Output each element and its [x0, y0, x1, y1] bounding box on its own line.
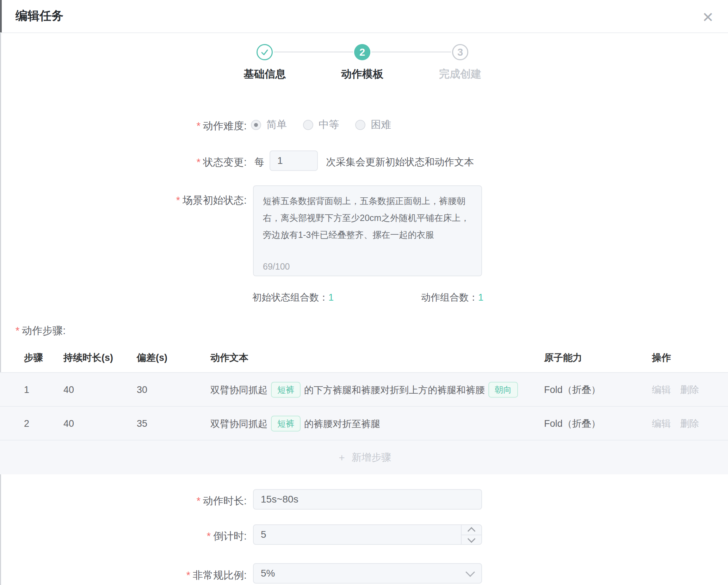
state-change-label: *状态变更: — [197, 155, 247, 170]
chevron-up-icon — [468, 527, 476, 535]
radio-easy-circle — [251, 120, 261, 130]
add-step-button[interactable]: ＋ 新增步骤 — [0, 440, 728, 474]
state-change-prefix: 每 — [254, 155, 264, 169]
countdown-label: *倒计时: — [207, 529, 247, 543]
step-1-label: 基础信息 — [219, 67, 310, 81]
cell-deviation: 35 — [137, 418, 147, 429]
action-combo-label: 动作组合数：1 — [421, 291, 483, 304]
state-change-value: 1 — [277, 155, 283, 166]
required-mark: * — [197, 156, 200, 168]
countdown-input[interactable]: 5 — [253, 524, 482, 545]
duration-label: *动作时长: — [197, 494, 247, 508]
state-change-suffix: 次采集会更新初始状态和动作文本 — [326, 155, 474, 169]
col-header-ability: 原子能力 — [544, 351, 582, 364]
col-header-step: 步骤 — [24, 351, 43, 364]
check-icon — [260, 48, 269, 57]
radio-medium[interactable]: 中等 — [303, 118, 339, 132]
table-row: 1 40 30 双臂协同抓起短裤的下方裤腿和裤腰对折到上方的裤腿和裤腰朝向 Fo… — [0, 373, 728, 407]
spinner-up-button[interactable] — [462, 525, 481, 535]
unusual-ratio-label: *非常规比例: — [186, 568, 247, 583]
state-change-input[interactable]: 1 — [270, 150, 318, 171]
cell-deviation: 30 — [137, 384, 147, 395]
char-counter: 69/100 — [263, 261, 290, 272]
required-mark: * — [197, 120, 200, 131]
duration-value: 15s~80s — [261, 494, 298, 505]
scene-state-line: 旁边放有1-3件已经叠整齐、摞在一起的衣服 — [263, 226, 472, 243]
cell-duration: 40 — [63, 418, 74, 429]
col-header-ops: 操作 — [652, 351, 671, 364]
initial-combo-label: 初始状态组合数：1 — [252, 291, 334, 304]
chevron-down-icon — [465, 567, 475, 577]
screen-left-edge-dark — [0, 0, 2, 32]
radio-hard-label: 困难 — [371, 118, 391, 132]
required-mark: * — [186, 569, 190, 581]
cell-operations: 编辑 删除 — [652, 383, 699, 396]
object-tag: 短裤 — [271, 415, 301, 431]
scene-state-label: *场景初始状态: — [176, 193, 247, 208]
cell-action-text: 双臂协同抓起短裤的下方裤腿和裤腰对折到上方的裤腿和裤腰朝向 — [210, 382, 522, 398]
cell-ability: Fold（折叠） — [544, 417, 601, 430]
step-2-label: 动作模板 — [316, 67, 408, 81]
table-row: 2 40 35 双臂协同抓起短裤的裤腰对折至裤腿 Fold（折叠） 编辑 删除 — [0, 407, 728, 441]
required-mark: * — [16, 325, 19, 336]
countdown-value: 5 — [261, 529, 266, 540]
add-step-label: 新增步骤 — [352, 451, 391, 464]
orientation-tag: 朝向 — [488, 382, 518, 398]
col-header-duration: 持续时长(s) — [63, 351, 113, 364]
edit-link[interactable]: 编辑 — [652, 417, 671, 430]
object-tag: 短裤 — [271, 382, 301, 398]
unusual-ratio-select[interactable]: 5% — [253, 563, 482, 584]
close-icon: ✕ — [702, 9, 714, 25]
radio-hard[interactable]: 困难 — [355, 118, 391, 132]
scene-state-line: 右，离头部视野下方至少20cm之外随机平铺在床上， — [263, 209, 472, 226]
close-button[interactable]: ✕ — [698, 8, 717, 27]
header-divider — [0, 32, 728, 33]
spinner-down-button[interactable] — [462, 535, 481, 544]
step-3-label: 完成创建 — [414, 67, 506, 81]
required-mark: * — [197, 495, 200, 506]
cell-operations: 编辑 删除 — [652, 417, 699, 430]
chevron-down-icon — [468, 535, 476, 543]
difficulty-radio-group: 简单 中等 困难 — [251, 118, 391, 132]
edit-link[interactable]: 编辑 — [652, 383, 671, 396]
initial-combo-value: 1 — [328, 292, 334, 303]
cell-duration: 40 — [63, 384, 74, 395]
col-header-action: 动作文本 — [210, 351, 248, 364]
cell-step: 1 — [24, 384, 29, 395]
step-connector-1 — [274, 51, 353, 53]
edit-task-dialog: 编辑任务 ✕ 2 3 基础信息 动作模板 完成创建 *动作难度: 简单 中等 困… — [0, 0, 728, 585]
dialog-title: 编辑任务 — [16, 8, 63, 24]
radio-hard-circle — [355, 120, 365, 130]
action-combo-value: 1 — [478, 292, 483, 303]
duration-input[interactable]: 15s~80s — [253, 489, 482, 510]
action-steps-label: *动作步骤: — [16, 324, 66, 338]
step-2-number: 2 — [359, 47, 365, 58]
radio-easy-label: 简单 — [266, 118, 287, 132]
unusual-ratio-value: 5% — [261, 568, 275, 579]
delete-link[interactable]: 删除 — [680, 383, 699, 396]
cell-ability: Fold（折叠） — [544, 383, 601, 396]
step-1-indicator[interactable] — [257, 44, 273, 60]
step-3-indicator[interactable]: 3 — [452, 44, 468, 60]
required-mark: * — [176, 195, 180, 206]
plus-icon: ＋ — [337, 451, 347, 464]
difficulty-label: *动作难度: — [197, 119, 247, 133]
required-mark: * — [207, 530, 211, 542]
radio-medium-label: 中等 — [319, 118, 339, 132]
cell-action-text: 双臂协同抓起短裤的裤腰对折至裤腿 — [210, 415, 380, 431]
step-3-number: 3 — [457, 47, 463, 58]
scene-state-line: 短裤五条数据背面朝上，五条数据正面朝上，裤腰朝 — [263, 192, 472, 209]
radio-easy[interactable]: 简单 — [251, 118, 287, 132]
step-2-indicator[interactable]: 2 — [354, 44, 370, 60]
col-header-deviation: 偏差(s) — [137, 351, 167, 364]
step-connector-2 — [371, 51, 451, 53]
radio-medium-circle — [303, 120, 313, 130]
screen-left-edge-light — [0, 33, 1, 585]
delete-link[interactable]: 删除 — [680, 417, 699, 430]
scene-state-textarea[interactable]: 短裤五条数据背面朝上，五条数据正面朝上，裤腰朝 右，离头部视野下方至少20cm之… — [253, 185, 482, 276]
number-spinner — [461, 525, 481, 544]
cell-step: 2 — [24, 418, 29, 429]
